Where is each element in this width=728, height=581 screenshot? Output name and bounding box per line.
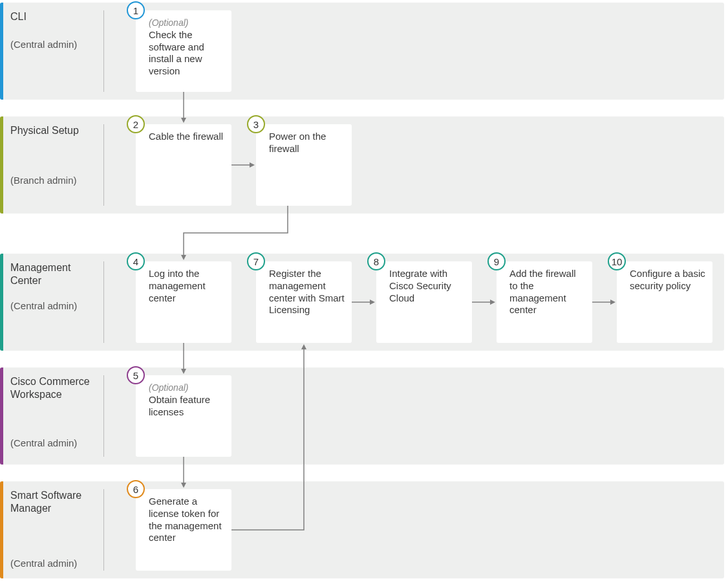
lane-title-mgmt: Management Center (10, 261, 94, 287)
step-6-label: Generate a license token for the managem… (136, 489, 231, 551)
lane-divider-ccw (103, 375, 104, 457)
lane-accent-ssm (0, 481, 3, 578)
lane-divider-mgmt (103, 261, 104, 343)
step-10: 10 Configure a basic security policy (617, 261, 712, 343)
lane-sub-ssm: (Central admin) (10, 558, 77, 569)
step-7-label: Register the management center with Smar… (256, 261, 352, 323)
step-5-optional: (Optional) (149, 382, 188, 393)
swimlane-ssm: Smart Software Manager (Central admin) (0, 481, 724, 578)
step-1-label: Check the software and install a new ver… (149, 29, 204, 76)
arrow-3-to-4 (184, 206, 288, 259)
lane-accent-mgmt (0, 254, 3, 351)
step-4-num: 4 (127, 252, 145, 270)
step-7-num: 7 (247, 252, 265, 270)
step-2-num: 2 (127, 115, 145, 133)
lane-sub-mgmt: (Central admin) (10, 300, 77, 311)
lane-divider-physical (103, 124, 104, 206)
step-3-label: Power on the firewall (256, 124, 352, 162)
step-8: 8 Integrate with Cisco Security Cloud (376, 261, 472, 343)
swimlane-ccw: Cisco Commerce Workspace (Central admin) (0, 367, 724, 465)
step-10-num: 10 (608, 252, 626, 270)
step-7: 7 Register the management center with Sm… (256, 261, 352, 343)
step-1-text: (Optional) Check the software and instal… (136, 10, 231, 84)
workflow-diagram: CLI (Central admin) Physical Setup (Bran… (0, 0, 728, 581)
step-5-label: Obtain feature licenses (149, 394, 210, 417)
step-6-num: 6 (127, 480, 145, 498)
lane-accent-ccw (0, 367, 3, 465)
step-1: 1 (Optional) Check the software and inst… (136, 10, 231, 92)
step-2: 2 Cable the firewall (136, 124, 231, 206)
lane-title-ccw: Cisco Commerce Workspace (10, 375, 94, 401)
lane-divider-ssm (103, 489, 104, 571)
step-5-text: (Optional) Obtain feature licenses (136, 375, 231, 424)
step-1-optional: (Optional) (149, 17, 188, 28)
swimlane-physical: Physical Setup (Branch admin) (0, 116, 724, 214)
lane-divider-cli (103, 10, 104, 92)
step-3-num: 3 (247, 115, 265, 133)
lane-title-ssm: Smart Software Manager (10, 489, 94, 515)
lane-accent-physical (0, 116, 3, 214)
lane-sub-physical: (Branch admin) (10, 175, 77, 186)
step-9-num: 9 (487, 252, 506, 270)
lane-accent-cli (0, 3, 3, 100)
step-1-num: 1 (127, 1, 145, 19)
lane-title-cli: CLI (10, 10, 27, 23)
step-5: 5 (Optional) Obtain feature licenses (136, 375, 231, 457)
step-9-label: Add the firewall to the management cente… (497, 261, 592, 323)
step-8-label: Integrate with Cisco Security Cloud (376, 261, 472, 311)
swimlane-cli: CLI (Central admin) (0, 3, 724, 100)
step-5-num: 5 (127, 366, 145, 384)
step-9: 9 Add the firewall to the management cen… (497, 261, 592, 343)
step-4-label: Log into the management center (136, 261, 231, 311)
step-4: 4 Log into the management center (136, 261, 231, 343)
step-2-label: Cable the firewall (136, 124, 231, 149)
lane-sub-cli: (Central admin) (10, 39, 77, 50)
lane-title-physical: Physical Setup (10, 124, 79, 137)
step-10-label: Configure a basic security policy (617, 261, 712, 299)
step-6: 6 Generate a license token for the manag… (136, 489, 231, 571)
step-3: 3 Power on the firewall (256, 124, 352, 206)
lane-sub-ccw: (Central admin) (10, 437, 77, 448)
step-8-num: 8 (367, 252, 385, 270)
